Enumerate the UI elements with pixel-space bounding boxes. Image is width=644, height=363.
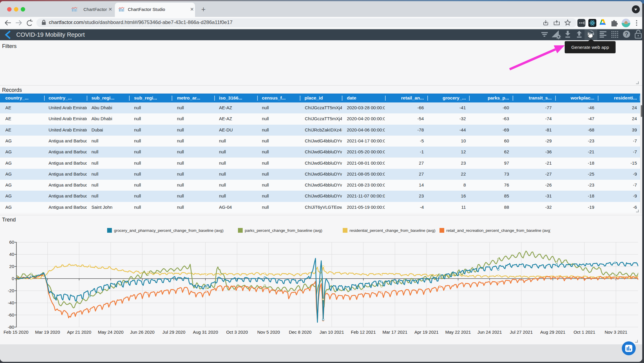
svg-text:?: ? xyxy=(625,31,628,37)
